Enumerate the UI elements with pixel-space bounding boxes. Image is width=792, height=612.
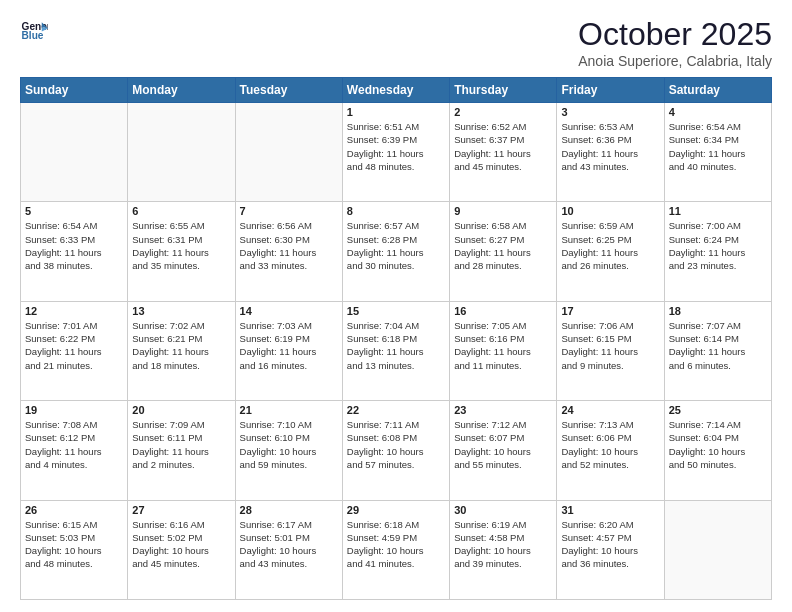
day-number: 27: [132, 504, 230, 516]
day-cell-18: 18Sunrise: 7:07 AM Sunset: 6:14 PM Dayli…: [664, 301, 771, 400]
day-number: 9: [454, 205, 552, 217]
empty-cell: [664, 500, 771, 599]
day-info: Sunrise: 7:03 AM Sunset: 6:19 PM Dayligh…: [240, 319, 338, 372]
day-cell-19: 19Sunrise: 7:08 AM Sunset: 6:12 PM Dayli…: [21, 401, 128, 500]
day-cell-15: 15Sunrise: 7:04 AM Sunset: 6:18 PM Dayli…: [342, 301, 449, 400]
day-number: 31: [561, 504, 659, 516]
day-number: 13: [132, 305, 230, 317]
day-number: 16: [454, 305, 552, 317]
day-info: Sunrise: 7:10 AM Sunset: 6:10 PM Dayligh…: [240, 418, 338, 471]
day-number: 22: [347, 404, 445, 416]
day-cell-9: 9Sunrise: 6:58 AM Sunset: 6:27 PM Daylig…: [450, 202, 557, 301]
day-info: Sunrise: 7:02 AM Sunset: 6:21 PM Dayligh…: [132, 319, 230, 372]
day-cell-5: 5Sunrise: 6:54 AM Sunset: 6:33 PM Daylig…: [21, 202, 128, 301]
day-cell-21: 21Sunrise: 7:10 AM Sunset: 6:10 PM Dayli…: [235, 401, 342, 500]
empty-cell: [235, 103, 342, 202]
day-info: Sunrise: 7:14 AM Sunset: 6:04 PM Dayligh…: [669, 418, 767, 471]
svg-text:Blue: Blue: [22, 30, 44, 41]
day-info: Sunrise: 7:07 AM Sunset: 6:14 PM Dayligh…: [669, 319, 767, 372]
week-row-1: 1Sunrise: 6:51 AM Sunset: 6:39 PM Daylig…: [21, 103, 772, 202]
day-cell-2: 2Sunrise: 6:52 AM Sunset: 6:37 PM Daylig…: [450, 103, 557, 202]
day-cell-6: 6Sunrise: 6:55 AM Sunset: 6:31 PM Daylig…: [128, 202, 235, 301]
day-info: Sunrise: 6:16 AM Sunset: 5:02 PM Dayligh…: [132, 518, 230, 571]
day-info: Sunrise: 6:51 AM Sunset: 6:39 PM Dayligh…: [347, 120, 445, 173]
day-number: 26: [25, 504, 123, 516]
day-info: Sunrise: 6:15 AM Sunset: 5:03 PM Dayligh…: [25, 518, 123, 571]
day-cell-3: 3Sunrise: 6:53 AM Sunset: 6:36 PM Daylig…: [557, 103, 664, 202]
day-cell-14: 14Sunrise: 7:03 AM Sunset: 6:19 PM Dayli…: [235, 301, 342, 400]
day-cell-27: 27Sunrise: 6:16 AM Sunset: 5:02 PM Dayli…: [128, 500, 235, 599]
day-number: 6: [132, 205, 230, 217]
day-number: 10: [561, 205, 659, 217]
day-number: 7: [240, 205, 338, 217]
weekday-header-sunday: Sunday: [21, 78, 128, 103]
day-number: 25: [669, 404, 767, 416]
day-number: 23: [454, 404, 552, 416]
day-cell-4: 4Sunrise: 6:54 AM Sunset: 6:34 PM Daylig…: [664, 103, 771, 202]
day-info: Sunrise: 7:05 AM Sunset: 6:16 PM Dayligh…: [454, 319, 552, 372]
empty-cell: [21, 103, 128, 202]
day-info: Sunrise: 6:17 AM Sunset: 5:01 PM Dayligh…: [240, 518, 338, 571]
day-cell-1: 1Sunrise: 6:51 AM Sunset: 6:39 PM Daylig…: [342, 103, 449, 202]
calendar-table: SundayMondayTuesdayWednesdayThursdayFrid…: [20, 77, 772, 600]
day-number: 4: [669, 106, 767, 118]
week-row-2: 5Sunrise: 6:54 AM Sunset: 6:33 PM Daylig…: [21, 202, 772, 301]
day-cell-22: 22Sunrise: 7:11 AM Sunset: 6:08 PM Dayli…: [342, 401, 449, 500]
day-cell-20: 20Sunrise: 7:09 AM Sunset: 6:11 PM Dayli…: [128, 401, 235, 500]
day-info: Sunrise: 7:08 AM Sunset: 6:12 PM Dayligh…: [25, 418, 123, 471]
month-title: October 2025: [578, 16, 772, 53]
weekday-header-friday: Friday: [557, 78, 664, 103]
location: Anoia Superiore, Calabria, Italy: [578, 53, 772, 69]
header: General Blue October 2025 Anoia Superior…: [20, 16, 772, 69]
day-cell-31: 31Sunrise: 6:20 AM Sunset: 4:57 PM Dayli…: [557, 500, 664, 599]
day-cell-7: 7Sunrise: 6:56 AM Sunset: 6:30 PM Daylig…: [235, 202, 342, 301]
weekday-header-tuesday: Tuesday: [235, 78, 342, 103]
day-info: Sunrise: 7:13 AM Sunset: 6:06 PM Dayligh…: [561, 418, 659, 471]
day-info: Sunrise: 7:04 AM Sunset: 6:18 PM Dayligh…: [347, 319, 445, 372]
day-number: 21: [240, 404, 338, 416]
day-cell-25: 25Sunrise: 7:14 AM Sunset: 6:04 PM Dayli…: [664, 401, 771, 500]
weekday-header-thursday: Thursday: [450, 78, 557, 103]
day-number: 30: [454, 504, 552, 516]
day-info: Sunrise: 6:54 AM Sunset: 6:33 PM Dayligh…: [25, 219, 123, 272]
day-cell-10: 10Sunrise: 6:59 AM Sunset: 6:25 PM Dayli…: [557, 202, 664, 301]
day-cell-11: 11Sunrise: 7:00 AM Sunset: 6:24 PM Dayli…: [664, 202, 771, 301]
day-cell-28: 28Sunrise: 6:17 AM Sunset: 5:01 PM Dayli…: [235, 500, 342, 599]
day-info: Sunrise: 7:09 AM Sunset: 6:11 PM Dayligh…: [132, 418, 230, 471]
day-cell-24: 24Sunrise: 7:13 AM Sunset: 6:06 PM Dayli…: [557, 401, 664, 500]
day-number: 29: [347, 504, 445, 516]
day-cell-12: 12Sunrise: 7:01 AM Sunset: 6:22 PM Dayli…: [21, 301, 128, 400]
day-info: Sunrise: 6:58 AM Sunset: 6:27 PM Dayligh…: [454, 219, 552, 272]
day-number: 2: [454, 106, 552, 118]
day-number: 8: [347, 205, 445, 217]
day-number: 28: [240, 504, 338, 516]
day-number: 12: [25, 305, 123, 317]
page: General Blue October 2025 Anoia Superior…: [0, 0, 792, 612]
day-info: Sunrise: 6:54 AM Sunset: 6:34 PM Dayligh…: [669, 120, 767, 173]
day-cell-8: 8Sunrise: 6:57 AM Sunset: 6:28 PM Daylig…: [342, 202, 449, 301]
day-number: 17: [561, 305, 659, 317]
day-info: Sunrise: 6:52 AM Sunset: 6:37 PM Dayligh…: [454, 120, 552, 173]
day-info: Sunrise: 6:56 AM Sunset: 6:30 PM Dayligh…: [240, 219, 338, 272]
day-number: 24: [561, 404, 659, 416]
day-number: 3: [561, 106, 659, 118]
day-info: Sunrise: 6:55 AM Sunset: 6:31 PM Dayligh…: [132, 219, 230, 272]
day-cell-29: 29Sunrise: 6:18 AM Sunset: 4:59 PM Dayli…: [342, 500, 449, 599]
day-cell-13: 13Sunrise: 7:02 AM Sunset: 6:21 PM Dayli…: [128, 301, 235, 400]
day-number: 20: [132, 404, 230, 416]
day-number: 15: [347, 305, 445, 317]
day-number: 5: [25, 205, 123, 217]
day-number: 14: [240, 305, 338, 317]
day-info: Sunrise: 6:57 AM Sunset: 6:28 PM Dayligh…: [347, 219, 445, 272]
day-info: Sunrise: 6:59 AM Sunset: 6:25 PM Dayligh…: [561, 219, 659, 272]
day-cell-23: 23Sunrise: 7:12 AM Sunset: 6:07 PM Dayli…: [450, 401, 557, 500]
week-row-5: 26Sunrise: 6:15 AM Sunset: 5:03 PM Dayli…: [21, 500, 772, 599]
day-cell-26: 26Sunrise: 6:15 AM Sunset: 5:03 PM Dayli…: [21, 500, 128, 599]
week-row-4: 19Sunrise: 7:08 AM Sunset: 6:12 PM Dayli…: [21, 401, 772, 500]
weekday-header-saturday: Saturday: [664, 78, 771, 103]
day-info: Sunrise: 7:01 AM Sunset: 6:22 PM Dayligh…: [25, 319, 123, 372]
day-info: Sunrise: 7:12 AM Sunset: 6:07 PM Dayligh…: [454, 418, 552, 471]
day-info: Sunrise: 6:19 AM Sunset: 4:58 PM Dayligh…: [454, 518, 552, 571]
day-info: Sunrise: 7:06 AM Sunset: 6:15 PM Dayligh…: [561, 319, 659, 372]
day-number: 1: [347, 106, 445, 118]
